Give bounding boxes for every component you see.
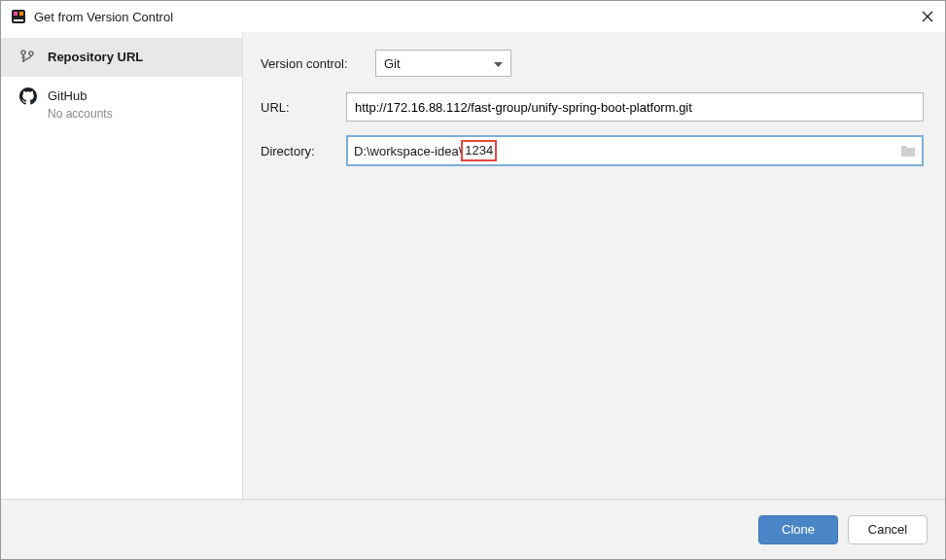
app-icon <box>11 9 26 24</box>
folder-icon <box>900 144 916 158</box>
content-panel: Version control: Git URL: Directory: D:\… <box>243 32 945 499</box>
browse-button[interactable] <box>894 137 922 164</box>
cancel-button[interactable]: Cancel <box>848 515 928 544</box>
clone-button[interactable]: Clone <box>758 515 838 544</box>
close-icon <box>922 11 933 22</box>
sidebar-item-label: GitHub <box>48 87 113 103</box>
directory-prefix: D:\workspace-idea\ <box>354 144 462 158</box>
svg-point-5 <box>29 52 33 55</box>
footer: Clone Cancel <box>1 499 945 559</box>
directory-label: Directory: <box>261 144 346 158</box>
row-directory: Directory: D:\workspace-idea\1234 <box>261 135 924 166</box>
titlebar: Get from Version Control <box>1 1 945 32</box>
directory-input[interactable]: D:\workspace-idea\1234 <box>346 135 924 166</box>
url-label: URL: <box>261 100 346 115</box>
branch-icon <box>18 48 38 67</box>
sidebar: Repository URL GitHub No accounts <box>1 32 243 499</box>
sidebar-item-label: Repository URL <box>48 48 143 64</box>
sidebar-item-sublabel: No accounts <box>48 107 113 121</box>
version-control-select[interactable]: Git <box>375 50 511 77</box>
sidebar-item-github[interactable]: GitHub No accounts <box>1 77 242 130</box>
close-button[interactable] <box>920 9 935 24</box>
directory-highlight: 1234 <box>461 140 497 161</box>
github-icon <box>18 87 38 106</box>
chevron-down-icon <box>494 56 503 71</box>
row-url: URL: <box>261 92 924 122</box>
url-input[interactable] <box>346 92 924 122</box>
svg-rect-1 <box>14 12 18 16</box>
row-version-control: Version control: Git <box>261 50 924 77</box>
version-control-value: Git <box>384 56 494 71</box>
version-control-label: Version control: <box>261 56 375 71</box>
window-title: Get from Version Control <box>34 10 920 24</box>
svg-rect-3 <box>14 19 23 21</box>
svg-point-4 <box>21 51 25 54</box>
svg-rect-2 <box>19 12 23 16</box>
sidebar-item-repository-url[interactable]: Repository URL <box>1 38 242 77</box>
main-area: Repository URL GitHub No accounts Versio… <box>1 32 945 499</box>
